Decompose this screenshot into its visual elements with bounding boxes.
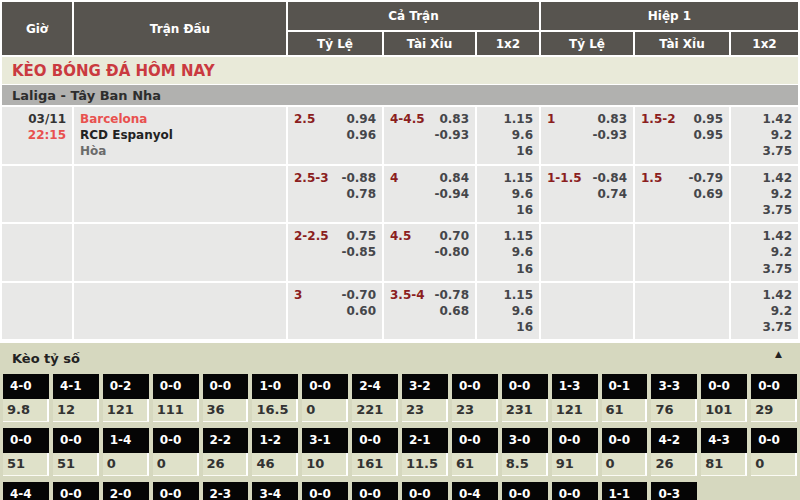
- odds-value[interactable]: -0.78: [434, 287, 469, 303]
- h1-over-under-cell[interactable]: [635, 224, 729, 281]
- away-team-link[interactable]: RCD Espanyol: [80, 127, 280, 143]
- h1-1x2-cell[interactable]: 1.429.23.75: [731, 283, 798, 340]
- odds-value[interactable]: 3.75: [737, 202, 792, 218]
- score-cell[interactable]: 0-017: [53, 482, 99, 500]
- h1-handicap-cell[interactable]: [541, 224, 633, 281]
- odds-value[interactable]: 3.75: [737, 143, 792, 159]
- score-cell[interactable]: 0-00: [302, 374, 348, 422]
- score-cell[interactable]: 4-09.8: [3, 374, 49, 422]
- odds-value[interactable]: 16: [483, 261, 533, 277]
- odds-value[interactable]: 9.6: [483, 303, 533, 319]
- odds-value[interactable]: 3.75: [737, 261, 792, 277]
- score-cell[interactable]: 4-381: [701, 428, 747, 476]
- odds-value[interactable]: 9.2: [737, 186, 792, 202]
- ft-handicap-cell[interactable]: 2.50.940.96: [288, 107, 382, 164]
- odds-value[interactable]: 1.15: [483, 287, 533, 303]
- ft-over-under-cell[interactable]: 4-4.50.83-0.93: [384, 107, 475, 164]
- h1-over-under-cell[interactable]: 1.5-0.790.69: [635, 166, 729, 223]
- score-cell[interactable]: 4-4221: [3, 482, 49, 500]
- odds-value[interactable]: 0.60: [341, 303, 376, 319]
- odds-value[interactable]: -0.88: [341, 170, 376, 186]
- score-cell[interactable]: 2-09.8: [103, 482, 149, 500]
- h1-1x2-cell[interactable]: 1.429.23.75: [731, 107, 798, 164]
- score-cell[interactable]: 0-091: [552, 428, 598, 476]
- odds-value[interactable]: -0.94: [434, 186, 469, 202]
- score-cell[interactable]: 3-4211: [252, 482, 298, 500]
- odds-value[interactable]: 9.6: [483, 186, 533, 202]
- score-cell[interactable]: 0-023: [452, 374, 498, 422]
- score-cell[interactable]: 1-40: [103, 428, 149, 476]
- h1-over-under-cell[interactable]: [635, 283, 729, 340]
- odds-value[interactable]: -0.85: [341, 244, 376, 260]
- odds-value[interactable]: 3.75: [737, 319, 792, 335]
- score-cell[interactable]: 0-2121: [103, 374, 149, 422]
- score-cell[interactable]: 4-112: [53, 374, 99, 422]
- ft-handicap-cell[interactable]: 2.5-3-0.880.78: [288, 166, 382, 223]
- score-cell[interactable]: 2-226: [203, 428, 249, 476]
- score-cell[interactable]: 2-111.5: [402, 428, 448, 476]
- odds-value[interactable]: 0.84: [434, 170, 469, 186]
- score-cell[interactable]: 3-08.5: [502, 428, 548, 476]
- ft-over-under-cell[interactable]: 3.5-4-0.780.68: [384, 283, 475, 340]
- odds-value[interactable]: 1.42: [737, 287, 792, 303]
- score-cell[interactable]: 1-016.5: [252, 374, 298, 422]
- odds-value[interactable]: -0.93: [434, 127, 469, 143]
- score-cell[interactable]: 0-0181: [352, 482, 398, 500]
- odds-value[interactable]: 0.75: [341, 228, 376, 244]
- odds-value[interactable]: -0.93: [592, 127, 627, 143]
- h1-1x2-cell[interactable]: 1.429.23.75: [731, 224, 798, 281]
- score-cell[interactable]: 2-381: [203, 482, 249, 500]
- league-title[interactable]: Laliga - Tây Ban Nha: [2, 85, 798, 105]
- odds-value[interactable]: 16: [483, 143, 533, 159]
- odds-value[interactable]: 0.70: [434, 228, 469, 244]
- ft-over-under-cell[interactable]: 4.50.70-0.80: [384, 224, 475, 281]
- odds-value[interactable]: -0.70: [341, 287, 376, 303]
- score-cell[interactable]: 0-30: [651, 482, 697, 500]
- odds-value[interactable]: 1.42: [737, 170, 792, 186]
- odds-value[interactable]: 1.15: [483, 228, 533, 244]
- score-cell[interactable]: 0-051: [53, 428, 99, 476]
- score-cell[interactable]: 0-00: [751, 428, 797, 476]
- odds-value[interactable]: 1.42: [737, 228, 792, 244]
- score-cell[interactable]: 4-226: [651, 428, 697, 476]
- odds-value[interactable]: 0.78: [341, 186, 376, 202]
- score-cell[interactable]: 0-0171: [402, 482, 448, 500]
- odds-value[interactable]: -0.84: [592, 170, 627, 186]
- odds-value[interactable]: 0.69: [688, 186, 723, 202]
- ft-1x2-cell[interactable]: 1.159.616: [477, 107, 539, 164]
- score-cell[interactable]: 0-036: [203, 374, 249, 422]
- odds-value[interactable]: 9.2: [737, 127, 792, 143]
- h1-handicap-cell[interactable]: [541, 283, 633, 340]
- score-cell[interactable]: 0-00: [602, 428, 648, 476]
- score-cell[interactable]: 0-0111: [153, 374, 199, 422]
- odds-value[interactable]: 0.68: [434, 303, 469, 319]
- ft-1x2-cell[interactable]: 1.159.616: [477, 283, 539, 340]
- odds-value[interactable]: 16: [483, 319, 533, 335]
- score-cell[interactable]: 0-014: [302, 482, 348, 500]
- h1-over-under-cell[interactable]: 1.5-20.950.95: [635, 107, 729, 164]
- ft-1x2-cell[interactable]: 1.159.616: [477, 166, 539, 223]
- score-cell[interactable]: 0-00: [153, 428, 199, 476]
- score-cell[interactable]: 3-223: [402, 374, 448, 422]
- ft-handicap-cell[interactable]: 2-2.50.75-0.85: [288, 224, 382, 281]
- ft-handicap-cell[interactable]: 3-0.700.60: [288, 283, 382, 340]
- score-cell[interactable]: 0-051: [3, 428, 49, 476]
- odds-value[interactable]: 1.42: [737, 111, 792, 127]
- odds-value[interactable]: 1.15: [483, 111, 533, 127]
- odds-value[interactable]: 0.74: [592, 186, 627, 202]
- odds-value[interactable]: 1.15: [483, 170, 533, 186]
- score-cell[interactable]: 0-40: [452, 482, 498, 500]
- h1-handicap-cell[interactable]: 10.83-0.93: [541, 107, 633, 164]
- score-cell[interactable]: 0-046: [502, 482, 548, 500]
- h1-1x2-cell[interactable]: 1.429.23.75: [731, 166, 798, 223]
- odds-value[interactable]: 0.94: [346, 111, 376, 127]
- odds-value[interactable]: 0.96: [346, 127, 376, 143]
- score-cell[interactable]: 0-0101: [701, 374, 747, 422]
- ft-over-under-cell[interactable]: 40.84-0.94: [384, 166, 475, 223]
- score-cell[interactable]: 0-0161: [352, 428, 398, 476]
- score-cell[interactable]: 1-3121: [552, 374, 598, 422]
- odds-value[interactable]: 9.2: [737, 244, 792, 260]
- score-cell[interactable]: 0-061: [452, 428, 498, 476]
- odds-value[interactable]: -0.79: [688, 170, 723, 186]
- score-cell[interactable]: 2-4221: [352, 374, 398, 422]
